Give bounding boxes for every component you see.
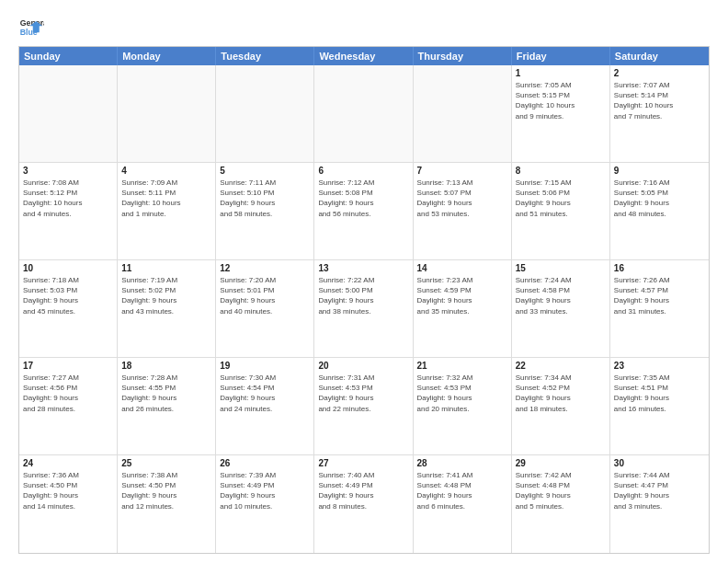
day-info: Sunrise: 7:44 AM Sunset: 4:47 PM Dayligh… — [614, 470, 705, 511]
day-number: 24 — [23, 458, 113, 468]
day-cell-14: 14Sunrise: 7:23 AM Sunset: 4:59 PM Dayli… — [414, 260, 512, 357]
day-cell-28: 28Sunrise: 7:41 AM Sunset: 4:48 PM Dayli… — [414, 455, 512, 553]
day-info: Sunrise: 7:40 AM Sunset: 4:49 PM Dayligh… — [318, 470, 408, 511]
day-cell-19: 19Sunrise: 7:30 AM Sunset: 4:54 PM Dayli… — [216, 358, 314, 454]
empty-cell — [314, 65, 413, 162]
day-cell-9: 9Sunrise: 7:16 AM Sunset: 5:05 PM Daylig… — [610, 163, 709, 259]
day-number: 12 — [220, 263, 310, 273]
day-cell-24: 24Sunrise: 7:36 AM Sunset: 4:50 PM Dayli… — [19, 455, 118, 553]
day-cell-7: 7Sunrise: 7:13 AM Sunset: 5:07 PM Daylig… — [414, 163, 512, 259]
calendar-row-1: 1Sunrise: 7:05 AM Sunset: 5:15 PM Daylig… — [19, 65, 709, 163]
day-number: 30 — [614, 458, 705, 468]
day-info: Sunrise: 7:39 AM Sunset: 4:49 PM Dayligh… — [220, 470, 310, 511]
day-cell-22: 22Sunrise: 7:34 AM Sunset: 4:52 PM Dayli… — [512, 358, 610, 454]
day-info: Sunrise: 7:08 AM Sunset: 5:12 PM Dayligh… — [23, 178, 113, 219]
day-info: Sunrise: 7:30 AM Sunset: 4:54 PM Dayligh… — [220, 373, 310, 414]
day-number: 3 — [23, 166, 113, 176]
svg-text:General: General — [20, 18, 44, 28]
day-cell-26: 26Sunrise: 7:39 AM Sunset: 4:49 PM Dayli… — [216, 455, 314, 553]
header-day-saturday: Saturday — [610, 47, 709, 65]
day-number: 22 — [516, 361, 606, 371]
day-number: 1 — [516, 68, 606, 78]
day-number: 26 — [220, 458, 310, 468]
day-info: Sunrise: 7:27 AM Sunset: 4:56 PM Dayligh… — [23, 373, 113, 414]
day-info: Sunrise: 7:20 AM Sunset: 5:01 PM Dayligh… — [220, 275, 310, 316]
day-number: 20 — [318, 361, 408, 371]
calendar-row-2: 3Sunrise: 7:08 AM Sunset: 5:12 PM Daylig… — [19, 163, 709, 260]
day-number: 10 — [23, 263, 113, 273]
day-number: 9 — [614, 166, 705, 176]
calendar-row-4: 17Sunrise: 7:27 AM Sunset: 4:56 PM Dayli… — [19, 358, 709, 455]
day-number: 17 — [23, 361, 113, 371]
day-info: Sunrise: 7:18 AM Sunset: 5:03 PM Dayligh… — [23, 275, 113, 316]
day-number: 4 — [121, 166, 211, 176]
day-cell-17: 17Sunrise: 7:27 AM Sunset: 4:56 PM Dayli… — [19, 358, 118, 454]
empty-cell — [414, 65, 512, 162]
day-info: Sunrise: 7:35 AM Sunset: 4:51 PM Dayligh… — [614, 373, 705, 414]
calendar-row-3: 10Sunrise: 7:18 AM Sunset: 5:03 PM Dayli… — [19, 260, 709, 358]
day-info: Sunrise: 7:41 AM Sunset: 4:48 PM Dayligh… — [417, 470, 507, 511]
day-number: 16 — [614, 263, 705, 273]
day-cell-10: 10Sunrise: 7:18 AM Sunset: 5:03 PM Dayli… — [19, 260, 118, 357]
day-cell-3: 3Sunrise: 7:08 AM Sunset: 5:12 PM Daylig… — [19, 163, 118, 259]
day-cell-27: 27Sunrise: 7:40 AM Sunset: 4:49 PM Dayli… — [314, 455, 413, 553]
day-info: Sunrise: 7:16 AM Sunset: 5:05 PM Dayligh… — [614, 178, 705, 219]
day-info: Sunrise: 7:26 AM Sunset: 4:57 PM Dayligh… — [614, 275, 705, 316]
day-number: 27 — [318, 458, 408, 468]
header-day-thursday: Thursday — [414, 47, 512, 65]
day-number: 15 — [516, 263, 606, 273]
day-cell-8: 8Sunrise: 7:15 AM Sunset: 5:06 PM Daylig… — [512, 163, 610, 259]
day-cell-5: 5Sunrise: 7:11 AM Sunset: 5:10 PM Daylig… — [216, 163, 314, 259]
day-number: 29 — [516, 458, 606, 468]
day-cell-21: 21Sunrise: 7:32 AM Sunset: 4:53 PM Dayli… — [414, 358, 512, 454]
logo-icon: General Blue — [18, 15, 44, 40]
day-info: Sunrise: 7:34 AM Sunset: 4:52 PM Dayligh… — [516, 373, 606, 414]
day-cell-16: 16Sunrise: 7:26 AM Sunset: 4:57 PM Dayli… — [610, 260, 709, 357]
day-number: 21 — [417, 361, 507, 371]
day-info: Sunrise: 7:07 AM Sunset: 5:14 PM Dayligh… — [614, 80, 705, 121]
header-day-monday: Monday — [118, 47, 216, 65]
header-day-friday: Friday — [512, 47, 610, 65]
header-day-wednesday: Wednesday — [314, 47, 413, 65]
day-info: Sunrise: 7:32 AM Sunset: 4:53 PM Dayligh… — [417, 373, 507, 414]
day-cell-12: 12Sunrise: 7:20 AM Sunset: 5:01 PM Dayli… — [216, 260, 314, 357]
day-number: 23 — [614, 361, 705, 371]
calendar-header: SundayMondayTuesdayWednesdayThursdayFrid… — [19, 47, 709, 65]
day-info: Sunrise: 7:22 AM Sunset: 5:00 PM Dayligh… — [318, 275, 408, 316]
day-number: 8 — [516, 166, 606, 176]
day-info: Sunrise: 7:31 AM Sunset: 4:53 PM Dayligh… — [318, 373, 408, 414]
calendar-body: 1Sunrise: 7:05 AM Sunset: 5:15 PM Daylig… — [19, 65, 709, 553]
day-info: Sunrise: 7:11 AM Sunset: 5:10 PM Dayligh… — [220, 178, 310, 219]
day-number: 6 — [318, 166, 408, 176]
day-info: Sunrise: 7:12 AM Sunset: 5:08 PM Dayligh… — [318, 178, 408, 219]
day-cell-11: 11Sunrise: 7:19 AM Sunset: 5:02 PM Dayli… — [118, 260, 216, 357]
day-info: Sunrise: 7:36 AM Sunset: 4:50 PM Dayligh… — [23, 470, 113, 511]
day-info: Sunrise: 7:28 AM Sunset: 4:55 PM Dayligh… — [121, 373, 211, 414]
day-cell-29: 29Sunrise: 7:42 AM Sunset: 4:48 PM Dayli… — [512, 455, 610, 553]
day-info: Sunrise: 7:23 AM Sunset: 4:59 PM Dayligh… — [417, 275, 507, 316]
day-number: 13 — [318, 263, 408, 273]
day-cell-15: 15Sunrise: 7:24 AM Sunset: 4:58 PM Dayli… — [512, 260, 610, 357]
header-day-tuesday: Tuesday — [216, 47, 314, 65]
day-number: 11 — [121, 263, 211, 273]
day-cell-2: 2Sunrise: 7:07 AM Sunset: 5:14 PM Daylig… — [610, 65, 709, 162]
day-cell-18: 18Sunrise: 7:28 AM Sunset: 4:55 PM Dayli… — [118, 358, 216, 454]
day-info: Sunrise: 7:24 AM Sunset: 4:58 PM Dayligh… — [516, 275, 606, 316]
day-number: 7 — [417, 166, 507, 176]
day-number: 14 — [417, 263, 507, 273]
day-info: Sunrise: 7:15 AM Sunset: 5:06 PM Dayligh… — [516, 178, 606, 219]
header-day-sunday: Sunday — [19, 47, 118, 65]
day-info: Sunrise: 7:38 AM Sunset: 4:50 PM Dayligh… — [121, 470, 211, 511]
calendar-row-5: 24Sunrise: 7:36 AM Sunset: 4:50 PM Dayli… — [19, 455, 709, 553]
day-cell-6: 6Sunrise: 7:12 AM Sunset: 5:08 PM Daylig… — [314, 163, 413, 259]
day-info: Sunrise: 7:09 AM Sunset: 5:11 PM Dayligh… — [121, 178, 211, 219]
day-cell-30: 30Sunrise: 7:44 AM Sunset: 4:47 PM Dayli… — [610, 455, 709, 553]
day-cell-1: 1Sunrise: 7:05 AM Sunset: 5:15 PM Daylig… — [512, 65, 610, 162]
empty-cell — [19, 65, 118, 162]
empty-cell — [118, 65, 216, 162]
day-number: 19 — [220, 361, 310, 371]
day-number: 28 — [417, 458, 507, 468]
day-number: 25 — [121, 458, 211, 468]
day-cell-23: 23Sunrise: 7:35 AM Sunset: 4:51 PM Dayli… — [610, 358, 709, 454]
logo: General Blue — [18, 15, 48, 40]
